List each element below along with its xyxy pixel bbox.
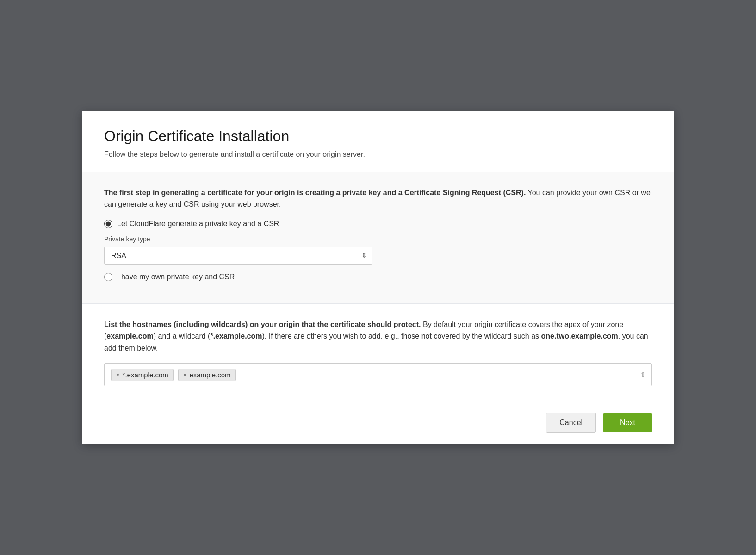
tag-wildcard: × *.example.com bbox=[111, 369, 174, 381]
radio-cloudflare-input[interactable] bbox=[104, 220, 112, 228]
private-key-select-wrapper: RSA ECDSA ⇕ bbox=[104, 247, 372, 265]
private-key-type-select[interactable]: RSA ECDSA bbox=[104, 247, 372, 265]
section2-and-wildcard: ) and a wildcard ( bbox=[154, 332, 211, 340]
section1-description: The first step in generating a certifica… bbox=[104, 187, 652, 210]
radio-own-key[interactable]: I have my own private key and CSR bbox=[104, 273, 652, 281]
section2-description-bold: List the hostnames (including wildcards)… bbox=[104, 321, 421, 328]
section-private-key: The first step in generating a certifica… bbox=[82, 172, 674, 304]
tag-example-com: × example.com bbox=[178, 369, 236, 381]
section-hostnames: List the hostnames (including wildcards)… bbox=[82, 304, 674, 402]
radio-cloudflare-label: Let CloudFlare generate a private key an… bbox=[117, 220, 279, 228]
modal-overlay: Origin Certificate Installation Follow t… bbox=[0, 0, 756, 555]
modal-header: Origin Certificate Installation Follow t… bbox=[82, 111, 674, 172]
section2-one-two: one.two.example.com bbox=[541, 332, 618, 340]
tag-wildcard-label: *.example.com bbox=[123, 371, 168, 379]
cancel-button[interactable]: Cancel bbox=[546, 413, 596, 433]
tag-example-com-label: example.com bbox=[189, 371, 230, 379]
next-button[interactable]: Next bbox=[603, 413, 652, 432]
section1-description-bold: The first step in generating a certifica… bbox=[104, 189, 526, 197]
modal-footer: Cancel Next bbox=[82, 401, 674, 444]
radio-own-key-input[interactable] bbox=[104, 273, 112, 281]
radio-own-key-label: I have my own private key and CSR bbox=[117, 273, 235, 281]
modal-title: Origin Certificate Installation bbox=[104, 128, 652, 145]
section2-rest2: ). If there are others you wish to add, … bbox=[262, 332, 541, 340]
modal-subtitle: Follow the steps below to generate and i… bbox=[104, 150, 652, 159]
tag-wildcard-remove[interactable]: × bbox=[116, 372, 120, 378]
section2-example-com: example.com bbox=[106, 332, 153, 340]
modal-dialog: Origin Certificate Installation Follow t… bbox=[82, 111, 674, 444]
private-key-type-label: Private key type bbox=[104, 235, 652, 243]
section2-description: List the hostnames (including wildcards)… bbox=[104, 319, 652, 354]
radio-cloudflare-generate[interactable]: Let CloudFlare generate a private key an… bbox=[104, 220, 652, 228]
tag-example-com-remove[interactable]: × bbox=[183, 372, 187, 378]
tags-spinner-icon: ⇕ bbox=[640, 370, 646, 379]
section2-wildcard: *.example.com bbox=[210, 332, 262, 340]
hostnames-tags-input[interactable]: × *.example.com × example.com ⇕ bbox=[104, 363, 652, 386]
